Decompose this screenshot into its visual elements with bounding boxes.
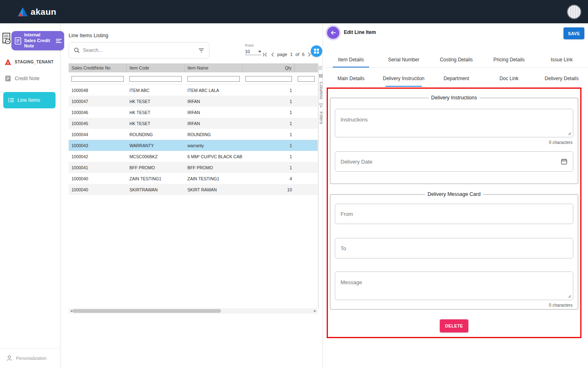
tab-delivery-instruction[interactable]: Delivery Instruction — [377, 70, 430, 87]
rows-value: 10 — [245, 49, 250, 54]
tab-item-details[interactable]: Item Details — [325, 52, 377, 67]
cell-item-code: WARRANTY — [127, 143, 185, 148]
brand-logo: akaun — [18, 7, 56, 17]
table-row[interactable]: 1000044 ROUNDING ROUNDING 1 — [69, 129, 318, 140]
from-input[interactable]: From — [335, 204, 573, 224]
panel-divider — [323, 23, 323, 368]
delete-button[interactable]: DELETE — [440, 319, 468, 332]
cell-item-name: ROUNDING — [185, 132, 243, 137]
rows-per-page-select[interactable]: Rows 10 — [245, 43, 261, 55]
topbar: akaun — [0, 0, 588, 23]
cell-item-code: MCSC006BKZ — [127, 154, 185, 159]
scroll-right-icon[interactable]: ► — [312, 308, 318, 314]
table-row[interactable]: 1000040 SKIRTRAWAN SKIRT RAWAN 10 — [69, 184, 318, 195]
delivery-instructions-section: Delivery Instructions Instructions 0 cha… — [330, 95, 578, 184]
tenant-label: STAGING_TENANT — [15, 60, 53, 64]
cell-creditnote-no: 1000040 — [69, 187, 127, 192]
table-row[interactable]: 1000043 WARRANTY warranty 1 — [69, 140, 318, 151]
delivery-message-card-section: Delivery Message Card From To Message 0 … — [330, 191, 578, 310]
delivery-date-input[interactable]: Delivery Date — [335, 151, 573, 172]
header-extra — [295, 63, 318, 72]
cell-creditnote-no: 1000047 — [69, 99, 127, 104]
module-doc-icon — [15, 37, 21, 45]
tab-main-details[interactable]: Main Details — [325, 70, 377, 87]
save-button[interactable]: SAVE — [564, 27, 584, 39]
tab-delivery-details[interactable]: Delivery Details — [535, 70, 588, 87]
cell-qty: 4 — [243, 176, 295, 181]
sidebar-item-tenant[interactable]: STAGING_TENANT — [0, 57, 60, 67]
tab-serial-number[interactable]: Serial Number — [377, 52, 430, 67]
person-icon — [7, 355, 12, 361]
to-input[interactable]: To — [335, 238, 573, 258]
header-item-name[interactable]: Item Name — [185, 63, 243, 72]
collapse-menu-icon[interactable] — [56, 38, 62, 43]
delivery-instructions-legend: Delivery Instructions — [429, 95, 480, 101]
cell-qty: 1 — [243, 88, 295, 93]
header-item-code[interactable]: Item Code — [127, 63, 185, 72]
resize-handle-icon[interactable] — [567, 294, 571, 298]
message-char-counter: 0 characters — [335, 303, 572, 307]
table-row[interactable]: 1000046 HK TESET IRFAN 1 — [69, 107, 318, 118]
table-filter-row — [69, 72, 318, 85]
instructions-label: Instructions — [341, 117, 368, 123]
horizontal-scrollbar: ◄ ► — [69, 308, 318, 314]
cell-qty: 1 — [243, 165, 295, 170]
cell-qty: 10 — [243, 187, 295, 192]
table-row[interactable]: 1000042 MCSC006BKZ 6 MM² CU/PVC BLACK CA… — [69, 151, 318, 162]
filter-input-item-code[interactable] — [129, 76, 182, 82]
credit-note-icon — [5, 75, 11, 82]
grid-icon — [314, 49, 319, 54]
rows-caret-icon — [258, 51, 261, 53]
cell-creditnote-no: 1000048 — [69, 88, 127, 93]
cell-creditnote-no: 1000041 — [69, 165, 127, 170]
personalization-label: Personalization — [16, 356, 47, 361]
instructions-textarea[interactable]: Instructions — [335, 109, 573, 137]
sidebar-item-internal-sales-credit-note[interactable]: Internal Sales Credit Note — [11, 31, 64, 50]
brand-name: akaun — [31, 7, 56, 17]
prev-page-icon[interactable] — [271, 52, 274, 57]
akaun-logo-icon — [18, 7, 28, 16]
sidebar-item-personalization[interactable]: Personalization — [0, 348, 60, 361]
tab-pricing-details[interactable]: Pricing Details — [483, 52, 535, 67]
scrollbar-thumb[interactable] — [73, 309, 221, 313]
resize-handle-icon[interactable] — [567, 131, 571, 135]
tab-department[interactable]: Department — [430, 70, 483, 87]
sidebar-item-credit-note[interactable]: Credit Note — [0, 73, 60, 84]
table-row[interactable]: 1000048 ITEM ABC ITEM ABC LALA 1 — [69, 85, 318, 96]
filter-icon[interactable] — [198, 48, 204, 53]
user-avatar[interactable] — [568, 5, 581, 18]
filter-input-item-name[interactable] — [187, 76, 240, 82]
search-input[interactable] — [83, 47, 195, 53]
line-items-icon — [8, 98, 14, 103]
back-button[interactable] — [327, 27, 339, 39]
tab-issue-link[interactable]: Issue Link — [535, 52, 588, 67]
table-row[interactable]: 1000040 ZAIN TESTING1 ZAIN TESTING1 4 — [69, 173, 318, 184]
credit-note-label: Credit Note — [15, 76, 40, 81]
page-current: 1 — [290, 52, 292, 57]
first-page-icon[interactable] — [263, 52, 268, 57]
filter-input-extra[interactable] — [298, 76, 315, 82]
header-qty[interactable]: Qty — [243, 63, 295, 72]
cell-qty: 1 — [243, 143, 295, 148]
tab-doc-link[interactable]: Doc Link — [483, 70, 535, 87]
cell-item-name: IRFAN — [185, 110, 243, 115]
tab-costing-details[interactable]: Costing Details — [430, 52, 483, 67]
header-sales-creditnote-no[interactable]: Sales CreditNote No — [69, 63, 127, 72]
table-row[interactable]: 1000047 HK TESET IRFAN 1 — [69, 96, 318, 107]
message-textarea[interactable]: Message — [335, 272, 573, 300]
filter-input-creditnote-no[interactable] — [71, 76, 124, 82]
tenant-icon — [5, 59, 11, 65]
cell-creditnote-no: 1000045 — [69, 121, 127, 126]
editor-secondary-tabs: Main Details Delivery Instruction Depart… — [325, 70, 588, 87]
filter-input-qty[interactable] — [245, 76, 292, 82]
table-row[interactable]: 1000045 HK TESET IRFAN 1 — [69, 118, 318, 129]
editor-title: Edit Line Item — [344, 29, 376, 35]
page-word: page — [277, 52, 287, 57]
page-of-word: of — [296, 52, 299, 57]
cell-qty: 1 — [243, 121, 295, 126]
grid-view-button[interactable] — [311, 45, 322, 57]
sidebar-item-line-items[interactable]: Line Items — [3, 92, 56, 108]
table-row[interactable]: 1000041 BFF PROMO BFF PROMO 1 — [69, 162, 318, 173]
calendar-icon[interactable] — [561, 159, 567, 165]
from-label: From — [341, 211, 353, 217]
